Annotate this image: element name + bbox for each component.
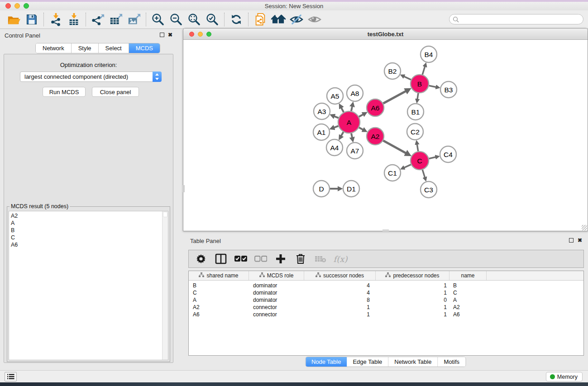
table-row[interactable]: Cdominator41C [189, 289, 583, 296]
close-window-icon[interactable] [5, 3, 11, 9]
edge-B-B3[interactable] [429, 86, 436, 87]
graph-node-A8[interactable]: A8 [347, 85, 363, 101]
table-cell[interactable]: A6 [189, 311, 249, 318]
settings-gear-icon[interactable] [193, 252, 209, 266]
table-cell[interactable]: dominator [249, 297, 304, 303]
network-vertical-scroll-mark[interactable] [183, 185, 185, 192]
table-cell[interactable]: dominator [249, 282, 304, 289]
table-cell[interactable]: dominator [249, 290, 304, 296]
minimize-network-icon[interactable] [198, 32, 203, 37]
zoom-in-icon[interactable] [149, 12, 167, 27]
edge-A-A8[interactable] [351, 106, 352, 111]
table-cell[interactable]: C [189, 290, 249, 296]
close-network-icon[interactable] [189, 32, 194, 37]
open-session-icon[interactable] [5, 12, 23, 27]
export-table-icon[interactable] [107, 12, 125, 27]
edge-A6-B[interactable] [383, 91, 406, 103]
table-cell[interactable]: 1 [376, 282, 449, 289]
table-cell[interactable]: 1 [376, 290, 449, 296]
graph-node-A7[interactable]: A7 [347, 143, 363, 159]
graph-node-C2[interactable]: C2 [407, 124, 423, 140]
edge-B-B2[interactable] [404, 76, 411, 80]
table-cell[interactable]: A2 [189, 304, 249, 310]
memory-button[interactable]: Memory [546, 372, 583, 381]
graph-node-D[interactable]: D [313, 181, 330, 197]
refresh-layout-icon[interactable] [227, 12, 245, 27]
table-cell[interactable]: A2 [449, 304, 487, 310]
table-cell[interactable]: connector [249, 304, 304, 310]
edge-A-A2[interactable] [359, 128, 363, 130]
edge-A-A4[interactable] [341, 132, 344, 136]
tab-style[interactable]: Style [72, 43, 99, 53]
table-cell[interactable]: 1 [376, 311, 449, 318]
result-item[interactable]: A2 [9, 211, 168, 219]
tab-motifs[interactable]: Motifs [438, 357, 465, 367]
delete-table-icon[interactable] [313, 252, 328, 266]
tab-network[interactable]: Network [36, 43, 72, 53]
graph-node-B[interactable]: B [411, 75, 429, 93]
deselect-all-icon[interactable] [253, 252, 268, 266]
table-cell[interactable]: A [449, 297, 487, 303]
graph-node-C1[interactable]: C1 [384, 165, 401, 181]
edge-A-A7[interactable] [351, 133, 352, 138]
copy-network-icon[interactable] [251, 12, 269, 27]
task-history-button[interactable] [5, 372, 17, 381]
table-cell[interactable]: 4 [304, 282, 376, 289]
select-all-icon[interactable] [233, 252, 249, 266]
zoom-out-icon[interactable] [167, 12, 185, 27]
graph-node-C4[interactable]: C4 [440, 146, 456, 162]
column-header-predecessor-nodes[interactable]: predecessor nodes [376, 271, 449, 280]
tab-network-table[interactable]: Network Table [388, 357, 438, 367]
zoom-network-icon[interactable] [206, 32, 211, 37]
table-cell[interactable]: connector [249, 311, 304, 318]
close-panel-icon[interactable]: ✖ [168, 32, 172, 38]
table-cell[interactable]: 1 [376, 304, 449, 310]
tab-mcds[interactable]: MCDS [129, 43, 160, 53]
table-row[interactable]: A2connector11A2 [189, 304, 583, 311]
graph-node-A4[interactable]: A4 [326, 139, 343, 156]
zoom-window-icon[interactable] [24, 3, 29, 9]
criterion-dropdown[interactable]: largest connected component (directed) [20, 71, 162, 82]
table-cell[interactable]: 1 [304, 304, 376, 310]
table-cell[interactable]: B [189, 282, 249, 289]
delete-column-icon[interactable] [293, 252, 308, 266]
edge-A2-C[interactable] [383, 141, 406, 153]
graph-node-A3[interactable]: A3 [314, 103, 330, 119]
export-network-icon[interactable] [89, 12, 107, 27]
network-horizontal-scroll-mark[interactable] [382, 229, 389, 231]
table-cell[interactable]: B [449, 282, 487, 289]
add-column-icon[interactable] [273, 252, 288, 266]
graph-node-A1[interactable]: A1 [313, 124, 330, 140]
tab-edge-table[interactable]: Edge Table [347, 357, 388, 367]
table-cell[interactable]: A [189, 297, 249, 303]
function-builder-icon[interactable]: f(x) [333, 252, 348, 266]
float-table-panel-icon[interactable] [569, 238, 574, 243]
graph-node-A2[interactable]: A2 [367, 128, 384, 145]
edge-B-B1[interactable] [417, 93, 418, 100]
tab-select[interactable]: Select [99, 43, 129, 53]
import-table-icon[interactable] [65, 12, 83, 27]
table-cell[interactable]: C [449, 290, 487, 296]
close-table-panel-icon[interactable]: ✖ [578, 237, 582, 243]
home-layout-icon[interactable] [269, 12, 287, 27]
column-header-MCDS-role[interactable]: MCDS role [249, 271, 304, 280]
table-row[interactable]: Adominator80A [189, 296, 583, 304]
mcds-result-list[interactable]: A2ABCA6 [9, 211, 168, 360]
table-cell[interactable]: 8 [304, 297, 376, 303]
graph-node-C[interactable]: C [411, 152, 429, 170]
graph-node-C3[interactable]: C3 [421, 181, 437, 198]
network-window-titlebar[interactable]: testGlobe.txt [183, 29, 588, 40]
table-cell[interactable]: 4 [304, 290, 376, 296]
column-header-name[interactable]: name [449, 271, 487, 280]
window-resize-grip[interactable] [582, 225, 587, 230]
result-scrollbar[interactable] [162, 211, 168, 360]
table-row[interactable]: A6connector11A6 [189, 311, 583, 318]
hide-selected-icon[interactable] [287, 12, 306, 27]
column-header-successor-nodes[interactable]: successor nodes [304, 271, 376, 280]
run-mcds-button[interactable]: Run MCDS [43, 87, 86, 97]
table-row[interactable]: Bdominator41B [189, 282, 583, 289]
search-input[interactable] [449, 14, 583, 24]
edge-A-A1[interactable] [334, 126, 339, 128]
table-cell[interactable]: 1 [304, 311, 376, 318]
result-item[interactable]: A6 [9, 241, 168, 248]
